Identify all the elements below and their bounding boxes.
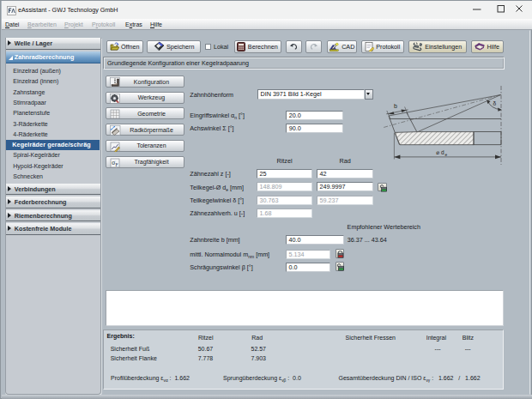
svg-text:δ: δ <box>493 100 497 106</box>
svg-text:⌀ d: ⌀ d <box>436 149 444 155</box>
svg-text:b: b <box>394 103 397 109</box>
svg-text:F: F <box>115 162 118 167</box>
svg-text:e: e <box>445 153 448 157</box>
